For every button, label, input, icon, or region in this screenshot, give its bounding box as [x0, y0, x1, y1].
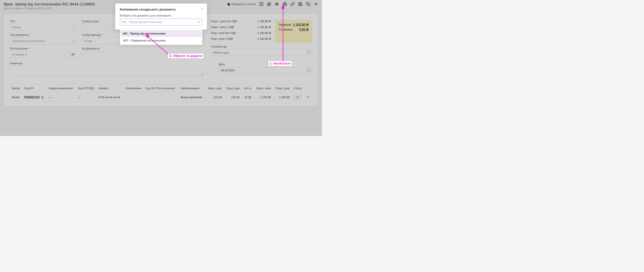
copy-document-modal: Копіювання складського документу ✕ Вибер…	[115, 3, 207, 30]
modal-title: Копіювання складського документу	[120, 8, 202, 11]
modal-select-placeholder: INC - Прихід від постачальника	[122, 20, 162, 23]
annotation-step-2: 2. Обрати та додати	[168, 54, 203, 58]
modal-close-button[interactable]: ✕	[201, 7, 204, 11]
svg-line-9	[146, 35, 169, 54]
annotation-step-1: 1. Натиснути	[268, 61, 292, 66]
modal-type-select[interactable]: INC - Прихід від постачальника ▼	[120, 19, 202, 25]
annotation-arrow-1	[281, 4, 293, 63]
chevron-down-icon: ▼	[197, 20, 200, 23]
modal-label: Виберіть тип документу для копіювання :	[120, 14, 202, 17]
